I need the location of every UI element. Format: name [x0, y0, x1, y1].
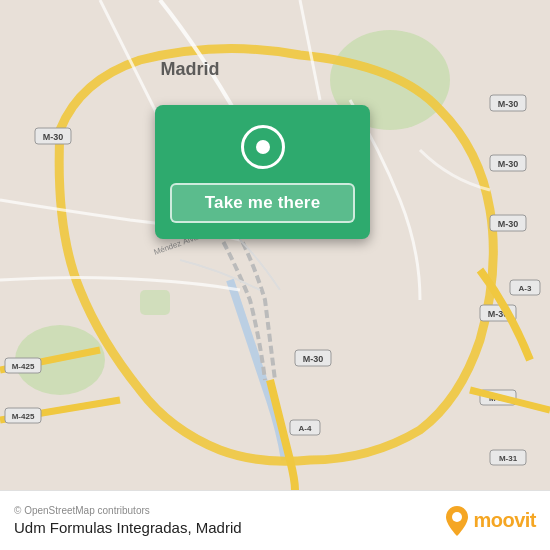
- svg-text:M-30: M-30: [498, 159, 519, 169]
- copyright-text: © OpenStreetMap contributors: [14, 505, 242, 516]
- location-info: © OpenStreetMap contributors Udm Formula…: [14, 505, 242, 536]
- moovit-pin-icon: [446, 506, 468, 536]
- svg-text:M-425: M-425: [12, 362, 35, 371]
- svg-text:M-30: M-30: [498, 99, 519, 109]
- moovit-logo: moovit: [446, 506, 536, 536]
- svg-text:M-30: M-30: [43, 132, 64, 142]
- svg-text:M-31: M-31: [499, 454, 518, 463]
- svg-text:M-30: M-30: [498, 219, 519, 229]
- map-container: M-30 M-30 M-30 M-30 M-30 M-30 A-3 A-4 M-…: [0, 0, 550, 490]
- location-name: Udm Formulas Integradas, Madrid: [14, 519, 242, 536]
- svg-point-30: [452, 512, 462, 522]
- svg-text:A-4: A-4: [299, 424, 312, 433]
- location-card[interactable]: Take me there: [155, 105, 370, 239]
- svg-text:Madrid: Madrid: [160, 59, 219, 79]
- svg-text:M-425: M-425: [12, 412, 35, 421]
- moovit-label: moovit: [473, 509, 536, 532]
- take-me-there-button[interactable]: Take me there: [170, 183, 355, 223]
- bottom-bar: © OpenStreetMap contributors Udm Formula…: [0, 490, 550, 550]
- svg-rect-3: [140, 290, 170, 315]
- svg-text:M-30: M-30: [303, 354, 324, 364]
- location-pin-icon: [241, 125, 285, 169]
- svg-text:A-3: A-3: [519, 284, 532, 293]
